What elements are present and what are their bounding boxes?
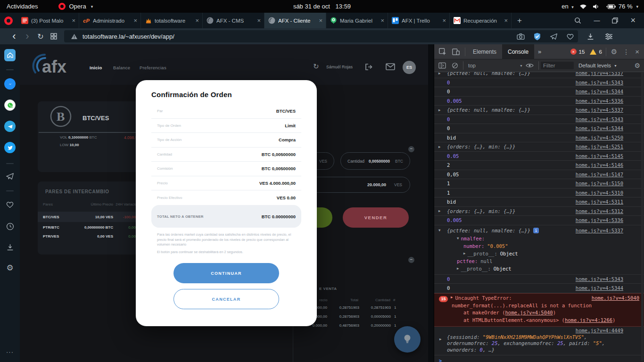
window-restore-icon[interactable] [612, 17, 618, 24]
source-link[interactable]: home.js?v=4:5310 [576, 190, 623, 196]
continue-button[interactable]: CONTINUAR [173, 263, 279, 283]
source-link[interactable]: home.js?v=4:5311 [576, 199, 623, 205]
tab-close-icon[interactable]: × [380, 17, 384, 24]
opera-browser-icon[interactable] [4, 16, 13, 25]
console-prompt[interactable]: > [434, 355, 644, 362]
tab-recuperacion[interactable]: Recuperación × [450, 13, 512, 28]
vpn-shield-icon[interactable] [533, 33, 541, 41]
tab-totalsoftware[interactable]: totalsoftware × [141, 13, 203, 28]
devtools-close-icon[interactable]: × [632, 48, 644, 56]
sidebar-settings-button[interactable]: ⚙ [4, 262, 16, 273]
devtools-menu-icon[interactable]: ⋮ [620, 48, 632, 56]
tab-afx-cms[interactable]: AFX - CMS × [203, 13, 264, 28]
tab-close-icon[interactable]: × [133, 17, 137, 24]
source-link[interactable]: home.js?v=4:5343 [576, 80, 623, 85]
pair-cell[interactable]: PTR/BTC [43, 225, 59, 230]
console-sidebar-icon[interactable] [438, 62, 446, 69]
reload-button[interactable]: ↻ [34, 32, 47, 41]
device-toolbar-icon[interactable] [452, 48, 460, 56]
nav-preferencias[interactable]: Preferencias [140, 65, 166, 70]
language-badge[interactable]: ES [403, 61, 416, 74]
clock[interactable]: sáb 31 de oct 13:59 [0, 3, 644, 10]
context-selector[interactable]: top ▼ [465, 63, 526, 68]
console-settings-gear-icon[interactable]: ⚙ [634, 62, 640, 69]
source-link[interactable]: home.js?v=4:1266 [565, 317, 612, 323]
source-link[interactable]: home.js?v=4:5337 [576, 72, 623, 76]
source-link[interactable]: home.js?v=4:4449 [576, 328, 623, 333]
expand-arrow-icon[interactable]: ▶ [438, 209, 441, 213]
sidebar-twitter-button[interactable] [4, 142, 16, 153]
tab-close-icon[interactable]: × [257, 17, 261, 24]
speed-dial-grid-icon[interactable] [47, 33, 60, 40]
tab-close-icon[interactable]: × [195, 17, 199, 24]
logout-icon[interactable] [364, 63, 373, 71]
devtools-tab-elements[interactable]: Elements [467, 44, 502, 59]
source-link[interactable]: home.js?v=4:5146 [576, 162, 623, 168]
activities-button[interactable]: Actividades [7, 3, 38, 10]
devtools-scrollbar[interactable] [641, 73, 644, 361]
nav-balance[interactable]: Balance [113, 65, 130, 70]
source-link[interactable]: home.js?v=4:5145 [576, 153, 623, 159]
tab-close-icon[interactable]: × [442, 17, 446, 24]
help-lightbulb-fab[interactable] [394, 326, 421, 353]
tab-afx-cliente-active[interactable]: AFX - Cliente × [264, 13, 326, 28]
tab-post-malo[interactable]: (3) Post Malo × [17, 13, 79, 28]
tab-maria-gabriel[interactable]: Maria Gabriel × [326, 13, 388, 28]
my-flow-icon[interactable] [550, 33, 558, 40]
clear-console-icon[interactable] [452, 62, 458, 69]
source-link[interactable]: home.js?v=4:5336 [576, 98, 623, 104]
window-minimize-icon[interactable]: — [594, 17, 600, 24]
sidebar-downloads-button[interactable] [4, 241, 16, 253]
source-link[interactable]: home.js?v=4:5343 [576, 116, 623, 122]
source-link[interactable]: home.js?v=4:5312 [576, 208, 623, 214]
bookmark-heart-icon[interactable] [566, 33, 574, 40]
more-tabs-icon[interactable]: » [534, 44, 545, 59]
new-tab-button[interactable]: + [512, 16, 528, 25]
source-link[interactable]: home.js?v=4:5147 [576, 172, 623, 177]
sidebar-history-button[interactable] [4, 221, 16, 232]
pair-cell[interactable]: BTC/VES [43, 215, 59, 219]
tab-afx-trello[interactable]: AFX | Trello × [388, 13, 450, 28]
source-link[interactable]: home.js?v=4:5040 [505, 310, 553, 315]
sidebar-whatsapp-button[interactable] [4, 99, 16, 111]
snapshot-camera-icon[interactable] [517, 33, 525, 40]
easy-setup-tune-icon[interactable] [605, 33, 613, 40]
sidebar-telegram-button[interactable] [4, 121, 16, 132]
source-link[interactable]: home.js?v=4:5040 [592, 295, 639, 301]
nav-inicio[interactable]: Inicio [90, 65, 102, 70]
sidebar-my-flow-button[interactable] [4, 171, 16, 182]
devtools-tab-console[interactable]: Console [502, 44, 534, 59]
sell-button[interactable]: VENDER [343, 207, 409, 228]
console-filter-input[interactable] [541, 62, 574, 69]
cancel-button[interactable]: CANCELAR [173, 289, 279, 309]
pair-cell[interactable]: PTR/VES [43, 234, 59, 239]
quantity-input[interactable]: Cantidad 0,00500000 BTC [340, 152, 410, 170]
keyboard-layout[interactable]: en ▾ [561, 3, 574, 10]
battery-indicator[interactable]: 76 % ▾ [606, 3, 638, 10]
inspect-element-icon[interactable] [438, 48, 447, 56]
source-link[interactable]: home.js?v=4:5344 [576, 125, 623, 131]
expand-arrow-icon[interactable]: ▶ [439, 336, 442, 343]
info-icon[interactable]: i [533, 228, 539, 233]
expand-arrow-icon[interactable]: ▶ [451, 295, 453, 299]
collapse-arrow-icon[interactable]: ▼ [438, 228, 441, 232]
source-link[interactable]: home.js?v=4:5336 [576, 217, 623, 223]
source-link[interactable]: home.js?v=4:5150 [576, 181, 623, 186]
tree-nmalfee[interactable]: ▼nmalfee: [447, 235, 623, 242]
site-warning-icon[interactable] [71, 33, 78, 40]
tree-proto-outer[interactable]: ▶__proto__:Object [447, 265, 623, 272]
sidebar-more-button[interactable]: ··· [4, 346, 16, 357]
expand-arrow-icon[interactable]: ▶ [438, 72, 441, 75]
tab-search-icon[interactable] [574, 17, 581, 24]
tab-close-icon[interactable]: × [319, 17, 322, 24]
page-scrollbar[interactable] [428, 44, 434, 362]
source-link[interactable]: home.js?v=4:5251 [576, 144, 623, 149]
volume-icon[interactable] [593, 4, 600, 9]
devtools-settings-gear-icon[interactable]: ⚙ [608, 48, 620, 56]
app-menu[interactable]: Opera ▾ [58, 3, 93, 10]
window-close-icon[interactable]: × [630, 16, 636, 25]
tab-cpanel[interactable]: cP Administrado × [79, 13, 141, 28]
user-name[interactable]: Sámuél Rojas [326, 65, 353, 69]
source-link[interactable]: home.js?v=4:5337 [576, 228, 623, 233]
expand-arrow-icon[interactable]: ▶ [438, 108, 441, 112]
